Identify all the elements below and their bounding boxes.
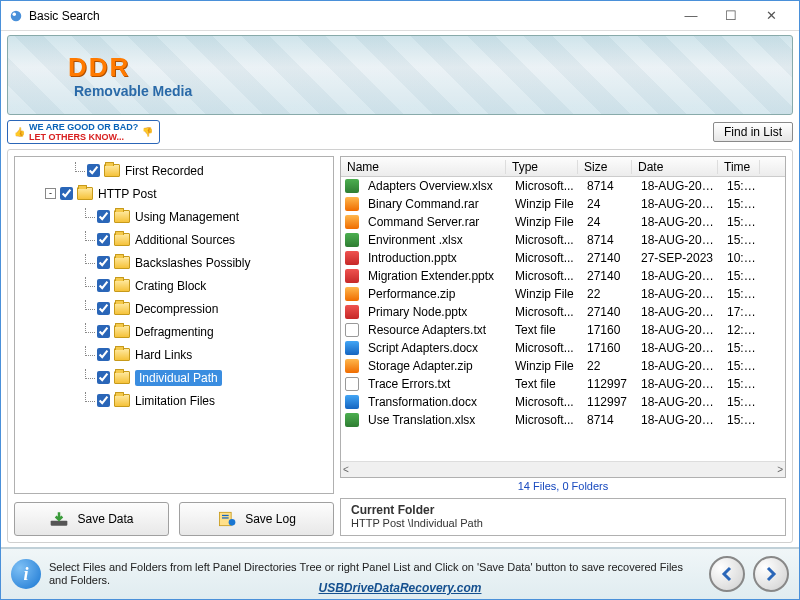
- cell-type: Text file: [509, 377, 581, 391]
- file-row[interactable]: Binary Command.rarWinzip File2418-AUG-20…: [341, 195, 785, 213]
- tree-item[interactable]: Crating Block: [15, 274, 333, 297]
- file-type-icon: [345, 179, 359, 193]
- tree-checkbox[interactable]: [97, 256, 110, 269]
- toolbar: 👍 WE ARE GOOD OR BAD? LET OTHERS KNOW...…: [7, 117, 793, 147]
- footer: i Select Files and Folders from left Pan…: [1, 547, 799, 599]
- save-log-button[interactable]: Save Log: [179, 502, 334, 536]
- minimize-button[interactable]: —: [671, 2, 711, 30]
- cell-date: 18-AUG-2023: [635, 305, 721, 319]
- file-row[interactable]: Migration Extender.pptxMicrosoft...27140…: [341, 267, 785, 285]
- left-column: First Recorded-HTTP PostUsing Management…: [14, 156, 334, 536]
- file-type-icon: [345, 287, 359, 301]
- col-header-date[interactable]: Date: [632, 160, 718, 174]
- file-row[interactable]: Performance.zipWinzip File2218-AUG-20231…: [341, 285, 785, 303]
- col-header-size[interactable]: Size: [578, 160, 632, 174]
- tree-item[interactable]: Hard Links: [15, 343, 333, 366]
- cell-size: 17160: [581, 323, 635, 337]
- file-row[interactable]: Storage Adapter.zipWinzip File2218-AUG-2…: [341, 357, 785, 375]
- tree-checkbox[interactable]: [60, 187, 73, 200]
- file-row[interactable]: Primary Node.pptxMicrosoft...2714018-AUG…: [341, 303, 785, 321]
- tree-item[interactable]: Individual Path: [15, 366, 333, 389]
- tree-checkbox[interactable]: [87, 164, 100, 177]
- tree-checkbox[interactable]: [97, 348, 110, 361]
- prev-button[interactable]: [709, 556, 745, 592]
- col-header-name[interactable]: Name: [341, 160, 506, 174]
- file-row[interactable]: Trace Errors.txtText file11299718-AUG-20…: [341, 375, 785, 393]
- col-header-type[interactable]: Type: [506, 160, 578, 174]
- expander-icon[interactable]: -: [45, 188, 56, 199]
- file-row[interactable]: Environment .xlsxMicrosoft...871418-AUG-…: [341, 231, 785, 249]
- cell-name: Performance.zip: [362, 287, 509, 301]
- cell-type: Microsoft...: [509, 233, 581, 247]
- horizontal-scrollbar[interactable]: <>: [341, 461, 785, 477]
- cell-time: 15:31: [721, 395, 763, 409]
- save-data-button[interactable]: Save Data: [14, 502, 169, 536]
- tree-item-label: Additional Sources: [135, 233, 235, 247]
- chevron-left-icon: [719, 566, 735, 582]
- brand-link[interactable]: USBDriveDataRecovery.com: [319, 581, 482, 595]
- tree-checkbox[interactable]: [97, 279, 110, 292]
- file-type-icon: [345, 341, 359, 355]
- file-row[interactable]: Resource Adapters.txtText file1716018-AU…: [341, 321, 785, 339]
- next-button[interactable]: [753, 556, 789, 592]
- tree-item[interactable]: -HTTP Post: [15, 182, 333, 205]
- cell-size: 27140: [581, 251, 635, 265]
- file-row[interactable]: Command Server.rarWinzip File2418-AUG-20…: [341, 213, 785, 231]
- file-type-icon: [345, 251, 359, 265]
- cell-size: 8714: [581, 413, 635, 427]
- tree-item[interactable]: First Recorded: [15, 159, 333, 182]
- tree-branch-icon: [75, 162, 85, 172]
- cell-type: Microsoft...: [509, 269, 581, 283]
- file-type-icon: [345, 377, 359, 391]
- cell-size: 112997: [581, 395, 635, 409]
- button-row: Save Data Save Log: [14, 502, 334, 536]
- file-row[interactable]: Use Translation.xlsxMicrosoft...871418-A…: [341, 411, 785, 429]
- tree-checkbox[interactable]: [97, 210, 110, 223]
- find-in-list-button[interactable]: Find in List: [713, 122, 793, 142]
- directory-tree[interactable]: First Recorded-HTTP PostUsing Management…: [15, 157, 333, 493]
- tree-checkbox[interactable]: [97, 394, 110, 407]
- tree-checkbox[interactable]: [97, 325, 110, 338]
- save-log-icon: [217, 510, 237, 528]
- close-button[interactable]: ✕: [751, 2, 791, 30]
- tree-item[interactable]: Defragmenting: [15, 320, 333, 343]
- cell-size: 112997: [581, 377, 635, 391]
- tree-checkbox[interactable]: [97, 371, 110, 384]
- chevron-right-icon: [763, 566, 779, 582]
- file-type-icon: [345, 413, 359, 427]
- logo-text: DDR: [68, 52, 792, 83]
- tree-item[interactable]: Additional Sources: [15, 228, 333, 251]
- cell-date: 18-AUG-2023: [635, 215, 721, 229]
- tree-item[interactable]: Backslashes Possibly: [15, 251, 333, 274]
- save-data-label: Save Data: [77, 512, 133, 526]
- feedback-badge[interactable]: 👍 WE ARE GOOD OR BAD? LET OTHERS KNOW...…: [7, 120, 160, 144]
- cell-time: 15:36: [721, 197, 763, 211]
- cell-size: 24: [581, 215, 635, 229]
- tree-item[interactable]: Decompression: [15, 297, 333, 320]
- file-row[interactable]: Introduction.pptxMicrosoft...2714027-SEP…: [341, 249, 785, 267]
- cell-time: 15:32: [721, 179, 763, 193]
- file-row[interactable]: Adapters Overview.xlsxMicrosoft...871418…: [341, 177, 785, 195]
- tree-item-label: Using Management: [135, 210, 239, 224]
- cell-date: 18-AUG-2023: [635, 179, 721, 193]
- tree-checkbox[interactable]: [97, 302, 110, 315]
- cell-time: 15:40: [721, 269, 763, 283]
- feedback-line1: WE ARE GOOD OR BAD?: [29, 122, 138, 132]
- cell-date: 18-AUG-2023: [635, 323, 721, 337]
- cell-type: Winzip File: [509, 359, 581, 373]
- tree-checkbox[interactable]: [97, 233, 110, 246]
- folder-icon: [114, 210, 130, 223]
- file-row[interactable]: Script Adapters.docxMicrosoft...1716018-…: [341, 339, 785, 357]
- tree-panel: First Recorded-HTTP PostUsing Management…: [14, 156, 334, 494]
- col-header-time[interactable]: Time: [718, 160, 760, 174]
- tree-item[interactable]: Using Management: [15, 205, 333, 228]
- cell-name: Binary Command.rar: [362, 197, 509, 211]
- maximize-button[interactable]: ☐: [711, 2, 751, 30]
- cell-size: 27140: [581, 269, 635, 283]
- file-list-body[interactable]: Adapters Overview.xlsxMicrosoft...871418…: [341, 177, 785, 461]
- tree-item[interactable]: Limitation Files: [15, 389, 333, 412]
- file-row[interactable]: Transformation.docxMicrosoft...11299718-…: [341, 393, 785, 411]
- tree-item-label: Decompression: [135, 302, 218, 316]
- current-folder-path: HTTP Post \Individual Path: [351, 517, 775, 529]
- cell-time: 10:02: [721, 251, 763, 265]
